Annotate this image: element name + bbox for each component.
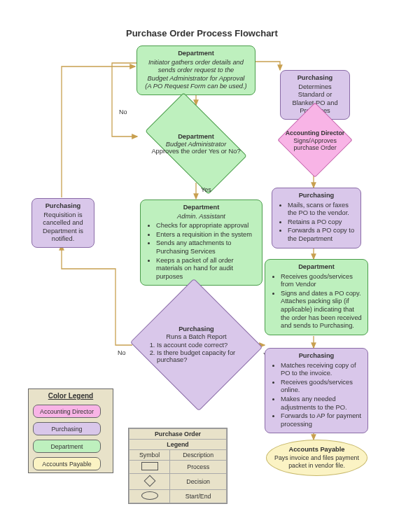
node-purch-cancel: Purchasing Requisition is cancelled and … [31,198,94,248]
label-no-1: No [119,108,127,115]
node-purch-batch: Purchasing Runs a Batch Report Is accoun… [125,276,268,413]
symbol-rect-icon [141,462,158,470]
symbol-ellipse-icon [141,491,158,500]
color-legend: Color Legend Accounting Director Purchas… [28,388,113,473]
node-dept-receives: Department Receives goods/services from … [265,259,368,335]
shape-legend: Purchase Order Legend SymbolDescription … [128,428,227,504]
page-title: Purchase Order Process Flowchart [126,28,278,38]
bullet-list: Checks for appropriate approval Enters a… [146,222,256,281]
node-ap-final: Accounts Payable Pays invoice and files … [266,440,368,476]
node-dept-initiator: Department Initiator gathers order detai… [136,46,255,95]
node-decision-approve: Department Budget Administrator Approves… [140,105,252,182]
label-yes-1: Yes [201,186,211,193]
node-purch-mail: Purchasing Mails, scans or faxes the PO … [272,188,361,248]
node-dept-admin: Department Admin. Assistant Checks for a… [140,200,262,286]
node-purch-match: Purchasing Matches receiving copy of PO … [265,348,368,433]
node-header: Department [143,50,249,58]
label-no-2: No [118,349,126,356]
node-acct-director: Accounting Director Signs/Approves purch… [279,104,351,176]
symbol-diamond-icon [144,475,155,487]
